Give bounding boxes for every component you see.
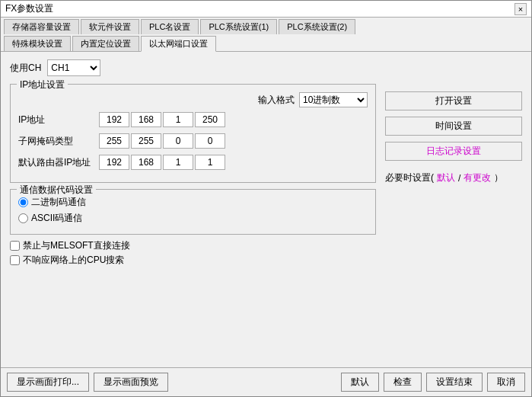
ip-field-2[interactable] xyxy=(131,112,161,127)
tab-ethernet[interactable]: 以太网端口设置 xyxy=(141,36,216,52)
ip-address-fields xyxy=(99,112,225,127)
log-settings-button[interactable]: 日志记录设置 xyxy=(385,142,522,161)
check-cpu-label: 不响应网络上的CPU搜索 xyxy=(23,254,124,267)
time-settings-button[interactable]: 时间设置 xyxy=(385,117,522,136)
slash-label: / xyxy=(458,173,460,184)
use-ch-label: 使用CH xyxy=(10,62,41,75)
check-button[interactable]: 检查 xyxy=(384,373,422,392)
footer-right: 默认 检查 设置结束 取消 xyxy=(341,373,525,392)
ip-settings-group: IP地址设置 输入格式 10进制数 16进制数 IP地址 xyxy=(10,84,376,183)
radio-binary[interactable] xyxy=(18,197,28,207)
done-button[interactable]: 设置结束 xyxy=(426,373,483,392)
gateway-label: 默认路由器IP地址 xyxy=(18,156,94,169)
change-option: 有更改 xyxy=(464,171,491,184)
checkbox-area: 禁止与MELSOFT直接连接 不响应网络上的CPU搜索 xyxy=(10,239,376,267)
print-button[interactable]: 显示画面打印... xyxy=(7,373,89,392)
tab-memory[interactable]: 存储器容量设置 xyxy=(4,19,79,34)
radio-binary-label: 二进制码通信 xyxy=(31,196,86,209)
ip-address-row: IP地址 xyxy=(18,112,368,127)
radio-ascii-row: ASCII码通信 xyxy=(18,212,368,225)
radio-binary-row: 二进制码通信 xyxy=(18,196,368,209)
check-melsoft-row: 禁止与MELSOFT直接连接 xyxy=(10,239,376,252)
tab-plc-sys1[interactable]: PLC系统设置(1) xyxy=(200,19,277,34)
ip-group-title: IP地址设置 xyxy=(17,78,68,91)
main-window: FX参数设置 × 存储器容量设置 软元件设置 PLC名设置 PLC系统设置(1)… xyxy=(0,0,532,397)
radio-ascii-label: ASCII码通信 xyxy=(31,212,82,225)
required-label: 必要时设置( xyxy=(385,171,434,184)
tab-bar: 存储器容量设置 软元件设置 PLC名设置 PLC系统设置(1) PLC系统设置(… xyxy=(1,18,531,52)
content-area: 使用CH CH1 CH2 IP地址设置 输入格式 10进制数 16进制数 xyxy=(1,52,531,367)
footer: 显示画面打印... 显示画面预览 默认 检查 设置结束 取消 xyxy=(1,367,531,396)
footer-left: 显示画面打印... 显示画面预览 xyxy=(7,373,168,392)
gateway-field-4[interactable] xyxy=(195,155,225,170)
open-settings-button[interactable]: 打开设置 xyxy=(385,91,522,110)
default-button[interactable]: 默认 xyxy=(341,373,379,392)
check-cpu[interactable] xyxy=(10,255,20,265)
radio-ascii[interactable] xyxy=(18,213,28,223)
close-button[interactable]: × xyxy=(514,3,527,15)
close-paren: ） xyxy=(494,171,503,184)
tab-plc-name[interactable]: PLC名设置 xyxy=(141,19,199,34)
tab-special[interactable]: 特殊模块设置 xyxy=(4,36,71,51)
tab-row-2: 特殊模块设置 内置定位设置 以太网端口设置 xyxy=(1,34,531,51)
gateway-field-3[interactable] xyxy=(163,155,193,170)
subnet-row: 子网掩码类型 xyxy=(18,133,368,149)
subnet-fields xyxy=(99,133,225,149)
check-melsoft-label: 禁止与MELSOFT直接连接 xyxy=(23,239,130,252)
cancel-button[interactable]: 取消 xyxy=(487,373,525,392)
subnet-label: 子网掩码类型 xyxy=(18,135,94,148)
gateway-fields xyxy=(99,155,225,170)
use-ch-row: 使用CH CH1 CH2 xyxy=(10,59,522,76)
gateway-row: 默认路由器IP地址 xyxy=(18,155,368,170)
subnet-field-1[interactable] xyxy=(99,133,129,149)
tab-row-1: 存储器容量设置 软元件设置 PLC名设置 PLC系统设置(1) PLC系统设置(… xyxy=(1,18,531,34)
comm-settings-group: 通信数据代码设置 二进制码通信 ASCII码通信 xyxy=(10,189,376,235)
tab-soft[interactable]: 软元件设置 xyxy=(81,19,139,34)
tab-plc-sys2[interactable]: PLC系统设置(2) xyxy=(279,19,355,34)
tab-position[interactable]: 内置定位设置 xyxy=(72,36,139,51)
check-melsoft[interactable] xyxy=(10,241,20,251)
right-panel: 打开设置 时间设置 日志记录设置 必要时设置( 默认 / 有更改 ） xyxy=(385,84,522,268)
format-select[interactable]: 10进制数 16进制数 xyxy=(299,92,368,107)
subnet-field-2[interactable] xyxy=(131,133,161,149)
gateway-field-2[interactable] xyxy=(131,155,161,170)
check-cpu-row: 不响应网络上的CPU搜索 xyxy=(10,254,376,267)
title-bar: FX参数设置 × xyxy=(1,1,531,18)
preview-button[interactable]: 显示画面预览 xyxy=(94,373,168,392)
ip-field-3[interactable] xyxy=(163,112,193,127)
format-row: 输入格式 10进制数 16进制数 xyxy=(18,92,368,107)
window-title: FX参数设置 xyxy=(5,2,53,15)
required-row: 必要时设置( 默认 / 有更改 ） xyxy=(385,171,522,184)
comm-group-title: 通信数据代码设置 xyxy=(17,184,96,197)
left-panel: IP地址设置 输入格式 10进制数 16进制数 IP地址 xyxy=(10,84,376,268)
subnet-field-3[interactable] xyxy=(163,133,193,149)
main-area: IP地址设置 输入格式 10进制数 16进制数 IP地址 xyxy=(10,84,522,268)
ch-select[interactable]: CH1 CH2 xyxy=(47,59,100,76)
ip-field-4[interactable] xyxy=(195,112,225,127)
default-option: 默认 xyxy=(437,171,455,184)
subnet-field-4[interactable] xyxy=(195,133,225,149)
gateway-field-1[interactable] xyxy=(99,155,129,170)
format-label: 输入格式 xyxy=(258,94,295,107)
ip-field-1[interactable] xyxy=(99,112,129,127)
ip-address-label: IP地址 xyxy=(18,114,94,126)
